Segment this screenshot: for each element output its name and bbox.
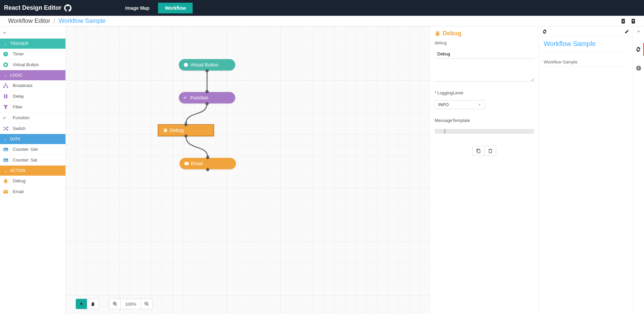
edge[interactable]	[186, 136, 208, 158]
sitemap-icon	[3, 83, 9, 89]
mail-icon	[184, 161, 189, 166]
palette-item-label: Email	[13, 189, 24, 194]
panel-subtitle: debug	[435, 40, 534, 45]
hand-icon	[91, 302, 95, 306]
zoom-out-icon	[144, 302, 149, 306]
chevron-down-icon: ⌄	[4, 74, 7, 77]
palette-item-switch[interactable]: Switch	[0, 123, 65, 134]
palette-item-label: Filter	[13, 104, 22, 109]
breadcrumb-root[interactable]: Workflow Editor	[8, 17, 50, 25]
category-header-trigger[interactable]: ⌄TRIGGER	[0, 39, 65, 49]
edit-icon[interactable]	[625, 29, 629, 34]
palette-item-function[interactable]: Function	[0, 113, 65, 123]
breadcrumb-bar: Workflow Editor / Workflow Sample	[0, 16, 644, 27]
message-template-label: MessageTemplate	[435, 118, 534, 123]
clock-icon	[3, 51, 9, 57]
palette-item-counter-get[interactable]: Counter: Get	[0, 144, 65, 155]
category-header-logic[interactable]: ⌄LOGIC	[0, 70, 65, 80]
nav-tab-imagemap[interactable]: Image Map	[118, 3, 156, 13]
category-label: LOGIC	[10, 73, 22, 78]
panel-actions	[435, 146, 534, 156]
image-icon	[3, 157, 9, 163]
app-title: React Design Editor	[4, 4, 71, 12]
pause-icon	[3, 93, 9, 99]
palette-item-delay[interactable]: Delay	[0, 91, 65, 102]
category-header-action[interactable]: ⌄ACTION	[0, 166, 65, 176]
collapse-left-icon: «	[3, 30, 6, 35]
canvas-node-function[interactable]: Function	[179, 92, 235, 103]
palette-item-label: Delay	[13, 94, 24, 99]
palette-item-filter[interactable]: Filter	[0, 102, 65, 113]
palette-item-virtual-button[interactable]: Virtual Button	[0, 59, 65, 70]
github-icon[interactable]	[64, 4, 71, 12]
sidebar-expand-button[interactable]: »	[637, 29, 640, 34]
record-icon	[184, 62, 188, 67]
workflow-canvas[interactable]: Virtual ButtonFunctionDebugEmail 100%	[65, 27, 430, 314]
app-title-text: React Design Editor	[4, 4, 61, 11]
shuffle-icon	[3, 126, 9, 132]
gear-icon	[636, 47, 641, 52]
node-name-input[interactable]	[435, 49, 534, 59]
nav-tab-workflow[interactable]: Workflow	[158, 3, 193, 13]
palette-item-timer[interactable]: Timer	[0, 49, 65, 59]
zoom-in-icon	[113, 302, 117, 306]
palette-item-broadcast[interactable]: Broadcast	[0, 80, 65, 91]
app-header: React Design Editor Image Map Workflow	[0, 0, 644, 16]
node-description-textarea[interactable]	[435, 61, 534, 82]
workflow-title: Workflow Sample	[544, 40, 628, 48]
delete-button[interactable]	[484, 146, 496, 156]
edge[interactable]	[186, 103, 207, 124]
nav-tabs: Image Map Workflow	[118, 3, 193, 13]
canvas-node-debug[interactable]: Debug	[158, 124, 214, 136]
palette-item-debug[interactable]: Debug	[0, 176, 65, 186]
pointer-icon	[79, 302, 84, 306]
right-tab-strip: »	[633, 27, 644, 314]
zoom-level: 100%	[121, 299, 141, 309]
select-tool-button[interactable]	[76, 299, 87, 309]
bug-icon	[163, 128, 168, 133]
pan-tool-button[interactable]	[87, 299, 99, 309]
chevron-down-icon: ▼	[478, 103, 481, 106]
logging-level-select[interactable]: INFO ▼	[435, 100, 485, 109]
logging-level-value: INFO	[438, 102, 449, 107]
gear-icon[interactable]	[542, 29, 547, 34]
sidebar-collapse-button[interactable]: «	[0, 27, 65, 39]
canvas-node-email[interactable]: Email	[180, 158, 236, 169]
message-template-editor[interactable]	[435, 129, 534, 134]
palette-item-label: Timer	[13, 51, 24, 56]
workflow-description: Workflow Sample	[544, 59, 628, 67]
duplicate-button[interactable]	[472, 146, 484, 156]
palette-item-label: Virtual Button	[13, 62, 39, 67]
chevron-down-icon: ⌄	[4, 137, 7, 141]
breadcrumb-actions	[621, 18, 636, 24]
zoom-tool-group: 100%	[109, 299, 153, 309]
zoom-in-button[interactable]	[109, 299, 121, 309]
canvas-node-virtual-button[interactable]: Virtual Button	[179, 59, 235, 71]
tab-settings[interactable]	[633, 43, 644, 56]
logging-level-label: *LoggingLevel	[435, 90, 534, 95]
node-label: Email	[191, 161, 203, 166]
copy-icon	[476, 148, 481, 153]
fx-icon	[184, 95, 188, 100]
breadcrumb-current: Workflow Sample	[59, 17, 106, 25]
import-icon[interactable]	[631, 18, 636, 24]
palette-item-counter-set[interactable]: Counter: Set	[0, 155, 65, 166]
workflow-info-panel: Workflow Sample Workflow Sample	[539, 27, 633, 314]
export-icon[interactable]	[621, 18, 626, 24]
tab-globe[interactable]	[633, 62, 644, 75]
mail-icon	[3, 189, 9, 195]
node-label: Virtual Button	[190, 62, 218, 68]
zoom-out-button[interactable]	[141, 299, 152, 309]
palette-item-email[interactable]: Email	[0, 186, 65, 197]
palette-item-label: Switch	[13, 126, 26, 131]
category-label: TRIGGER	[10, 41, 29, 46]
category-header-data[interactable]: ⌄DATA	[0, 134, 65, 144]
palette-item-label: Counter: Get	[13, 147, 38, 152]
panel-title-text: Debug	[443, 30, 461, 37]
breadcrumb: Workflow Editor / Workflow Sample	[8, 17, 105, 25]
breadcrumb-separator: /	[54, 17, 55, 25]
trash-icon	[488, 148, 493, 153]
palette-item-label: Counter: Set	[13, 158, 37, 163]
category-label: ACTION	[10, 168, 25, 173]
node-label: Function	[190, 95, 208, 100]
